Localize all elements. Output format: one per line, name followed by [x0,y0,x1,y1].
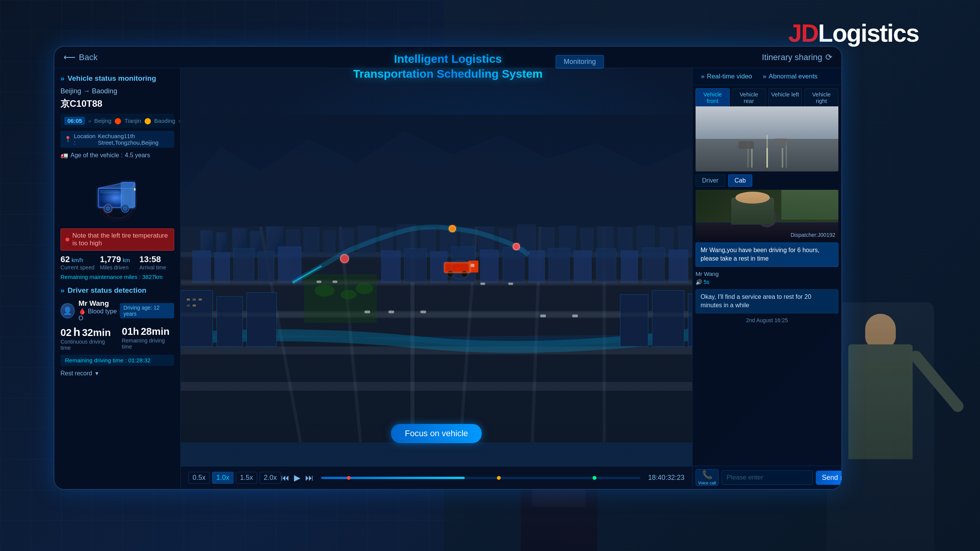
svg-rect-29 [217,233,227,254]
svg-rect-47 [559,226,575,254]
svg-rect-98 [333,280,338,283]
svg-rect-48 [581,229,593,255]
svg-rect-16 [181,227,692,442]
speed-btn-10x[interactable]: 1.0x [212,472,234,484]
arrival-value: 13:58 [139,255,174,264]
chat-area: Mr Wang,you have been driving for 6 hour… [696,243,838,460]
tire-alert-banner: Note that the left tire temperature is t… [60,228,174,251]
chat-input-row: 📞 Voice call Send » [693,466,841,489]
monitor-screen: ⟵ Back Intelligent Logistics Transportat… [54,46,842,490]
step-forward-icon[interactable]: ⏭ [305,473,314,483]
abnormal-events-tab[interactable]: » Abnormal events [759,71,822,82]
itinerary-button[interactable]: Itinerary sharing ⟳ [762,52,832,62]
route-display: Beijing → Baoding [60,87,174,95]
driver-message: Mr Wang 🔊 5s [696,271,838,285]
driver-chat-sender: Mr Wang [696,271,838,277]
svg-rect-31 [251,231,262,255]
time-badge: 06:05 [64,117,85,125]
events-icon: » [763,73,766,80]
driver-tab[interactable]: Driver [696,174,725,187]
route-timeline: 06:05 » Beijing ⬤ Tianjin ⬤ Baoding » 22… [60,114,174,128]
realtime-video-tab[interactable]: » Real-time video [697,71,756,82]
svg-rect-32 [266,227,283,254]
svg-rect-97 [317,280,322,283]
dispatcher-label: Dispatcher:J00192 [791,232,835,238]
svg-rect-41 [440,226,456,254]
svg-marker-14 [181,131,692,235]
cam-tab-rear[interactable]: Vehicle rear [732,88,766,106]
car-icon: 🚛 [60,152,68,159]
svg-rect-77 [217,297,243,346]
alert-text: Note that the left tire temperature is t… [72,232,169,247]
svg-rect-75 [669,250,688,283]
svg-rect-95 [444,262,470,272]
svg-rect-82 [187,305,190,306]
driver-section: Driver status detection 👤 Mr Wang 🩸 Bloo… [60,286,174,377]
play-icon[interactable]: ▶ [294,473,301,483]
svg-point-96 [448,257,473,282]
cab-tab[interactable]: Cab [728,174,752,187]
miles-stat: 1,779 km Miles driven [100,255,135,271]
alert-dot [65,238,69,241]
chat-input-field[interactable] [722,470,813,485]
svg-rect-54 [193,251,211,283]
send-button[interactable]: Send » [816,471,841,485]
arrival-stat: 13:58 Arrival time [139,255,174,271]
svg-point-92 [447,271,454,277]
location-tag: 📍 Location : Kechuang11th Street,Tongzho… [60,131,174,148]
timeline-bar[interactable] [321,477,640,479]
timeline-progress [321,477,465,479]
svg-rect-84 [620,295,648,347]
svg-point-88 [449,225,456,232]
route-steps: 06:05 » Beijing ⬤ Tianjin ⬤ Baoding » 22… [64,117,170,125]
svg-rect-44 [500,230,512,255]
focus-vehicle-button[interactable]: Focus on vehicle [391,424,482,443]
speed-btn-15x[interactable]: 1.5x [236,472,257,484]
remaining-drive-stat: 01h 28min Remaining driving time [122,326,174,351]
rest-record-button[interactable]: Rest record ▾ [60,370,174,377]
cam-tab-right[interactable]: Vehicle right [804,88,838,106]
svg-rect-78 [247,293,276,347]
back-button[interactable]: ⟵ Back [64,52,98,62]
svg-rect-65 [430,251,447,282]
svg-rect-34 [304,227,319,254]
svg-rect-51 [637,225,654,254]
svg-rect-100 [389,311,394,313]
svg-point-87 [341,254,349,262]
svg-rect-101 [420,311,426,313]
jd-logo: JDLogistics [788,19,919,47]
svg-rect-108 [181,227,692,259]
svg-point-7 [106,207,110,210]
vehicle-id: 京C10T88 [60,98,174,110]
speed-btn-05x[interactable]: 0.5x [188,472,210,484]
svg-rect-36 [339,229,353,255]
svg-line-26 [532,227,541,442]
svg-rect-73 [621,251,638,283]
driver-status-header: Driver status detection [60,286,174,295]
svg-rect-52 [660,228,673,254]
cam-tab-left[interactable]: Vehicle left [768,88,802,106]
driving-stats: 02 h 32min Continuous driving time 01h 2… [60,326,174,351]
voice-call-button[interactable]: 📞 Voice call [696,469,719,486]
dropdown-icon: ▾ [95,370,98,377]
svg-rect-50 [618,228,632,254]
svg-point-61 [341,290,357,299]
svg-rect-53 [679,226,692,254]
left-panel: Vehicle status monitoring Beijing → Baod… [54,68,181,489]
panel-tabs-row: » Real-time video » Abnormal events [693,68,841,85]
svg-rect-58 [278,247,302,283]
vehicle-visualization [60,163,174,225]
step-back-icon[interactable]: ⏮ [281,473,289,483]
svg-rect-83 [193,305,196,306]
driver-info: 👤 Mr Wang 🩸 Blood type O [60,299,120,322]
svg-rect-33 [287,230,299,255]
map-controls: 0.5x 1.0x 1.5x 2.0x ⏮ ▶ ⏭ [181,466,692,489]
svg-rect-55 [215,253,230,282]
dispatcher-bubble: Mr Wang,you have been driving for 6 hour… [696,243,838,267]
continuous-drive-stat: 02 h 32min Continuous driving time [60,326,114,351]
speed-stat: 62 km/h Current speed [60,255,95,271]
blood-icon: 🩸 [78,308,86,315]
speed-btn-20x[interactable]: 2.0x [260,472,281,484]
cam-tab-front[interactable]: Vehicle front [696,88,730,106]
driver-text-message: Okay, I'll find a service area to rest f… [696,289,838,313]
